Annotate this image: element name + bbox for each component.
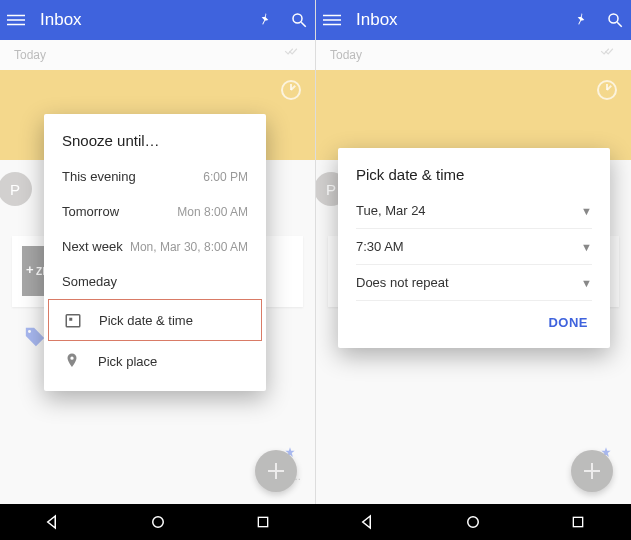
nav-recent-icon[interactable]	[568, 512, 588, 532]
chevron-down-icon: ▼	[581, 277, 592, 289]
appbar-title: Inbox	[40, 10, 241, 30]
menu-icon[interactable]	[6, 10, 26, 30]
clock-icon	[281, 80, 301, 100]
nav-home-icon[interactable]	[148, 512, 168, 532]
snooze-pick-place[interactable]: Pick place	[44, 341, 266, 381]
svg-marker-14	[47, 516, 55, 528]
nav-back-icon[interactable]	[358, 512, 378, 532]
snooze-dialog-title: Snooze until…	[44, 132, 266, 159]
search-icon[interactable]	[605, 10, 625, 30]
clock-icon	[597, 80, 617, 100]
svg-rect-16	[258, 517, 267, 526]
appbar-title: Inbox	[356, 10, 557, 30]
snoozed-banner	[316, 70, 631, 160]
screen-snooze-menu: Inbox Today P et tha... ZRH	[0, 0, 316, 504]
svg-rect-6	[66, 315, 80, 327]
tag-icon	[24, 326, 46, 348]
compose-fab[interactable]	[571, 450, 613, 492]
menu-icon[interactable]	[322, 10, 342, 30]
datetime-dialog-title: Pick date & time	[356, 166, 592, 183]
nav-home-icon[interactable]	[463, 512, 483, 532]
svg-rect-9	[323, 19, 341, 21]
day-label: Today	[14, 48, 46, 62]
nav-back-icon[interactable]	[43, 512, 63, 532]
svg-rect-19	[574, 517, 583, 526]
screen-date-time-picker: Inbox Today P ZRH Swi	[316, 0, 631, 504]
snooze-option-this-evening[interactable]: This evening 6:00 PM	[44, 159, 266, 194]
app-bar: Inbox	[316, 0, 631, 40]
android-navbar	[0, 504, 631, 540]
app-bar: Inbox	[0, 0, 315, 40]
svg-point-18	[468, 517, 479, 528]
svg-rect-8	[323, 15, 341, 17]
sweep-icon[interactable]	[597, 47, 617, 64]
svg-point-3	[293, 14, 302, 23]
search-icon[interactable]	[289, 10, 309, 30]
svg-rect-0	[7, 15, 25, 17]
svg-marker-17	[363, 516, 371, 528]
datetime-dialog: Pick date & time Tue, Mar 24 ▼ 7:30 AM ▼…	[338, 148, 610, 348]
pin-icon[interactable]	[571, 10, 591, 30]
place-icon	[62, 351, 82, 371]
snooze-dialog: Snooze until… This evening 6:00 PM Tomor…	[44, 114, 266, 391]
day-header: Today	[0, 40, 315, 70]
pin-icon[interactable]	[255, 10, 275, 30]
snooze-pick-date-time[interactable]: Pick date & time	[48, 299, 262, 341]
chevron-down-icon: ▼	[581, 205, 592, 217]
snooze-option-tomorrow[interactable]: Tomorrow Mon 8:00 AM	[44, 194, 266, 229]
svg-line-4	[301, 22, 306, 27]
day-label: Today	[330, 48, 362, 62]
day-header: Today	[316, 40, 631, 70]
avatar[interactable]: P	[0, 172, 32, 206]
done-button[interactable]: DONE	[544, 309, 592, 336]
calendar-icon	[63, 310, 83, 330]
svg-rect-2	[7, 24, 25, 26]
svg-rect-1	[7, 19, 25, 21]
svg-rect-10	[323, 24, 341, 26]
snooze-option-someday[interactable]: Someday	[44, 264, 266, 299]
svg-rect-7	[69, 318, 72, 321]
svg-point-5	[28, 330, 31, 333]
sweep-icon[interactable]	[281, 47, 301, 64]
snooze-option-next-week[interactable]: Next week Mon, Mar 30, 8:00 AM	[44, 229, 266, 264]
compose-fab[interactable]	[255, 450, 297, 492]
datetime-repeat-select[interactable]: Does not repeat ▼	[356, 265, 592, 301]
datetime-date-select[interactable]: Tue, Mar 24 ▼	[356, 193, 592, 229]
nav-recent-icon[interactable]	[253, 512, 273, 532]
svg-point-11	[609, 14, 618, 23]
svg-line-12	[617, 22, 622, 27]
chevron-down-icon: ▼	[581, 241, 592, 253]
svg-point-15	[152, 517, 163, 528]
datetime-time-select[interactable]: 7:30 AM ▼	[356, 229, 592, 265]
